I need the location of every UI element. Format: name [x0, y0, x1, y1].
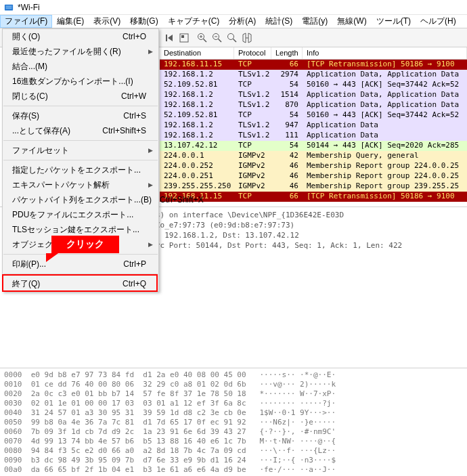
packet-row[interactable]: 192.168.1.2TLSv1.2947Application Data: [160, 121, 467, 131]
zoom-out-icon[interactable]: [210, 30, 225, 45]
menu-capture[interactable]: キャプチャ(C): [163, 15, 225, 28]
col-length[interactable]: Length: [271, 47, 303, 59]
packet-row[interactable]: 192.168.1.2TLSv1.21514Application Data, …: [160, 90, 467, 100]
menu-tools[interactable]: ツール(T): [372, 15, 416, 28]
menu-stats[interactable]: 統計(S): [261, 15, 297, 28]
svg-rect-2: [181, 35, 184, 38]
menu-quit[interactable]: 終了(Q) Ctrl+Q: [3, 276, 158, 291]
menu-export-specified[interactable]: 指定したパケットをエクスポート...: [3, 163, 158, 177]
packet-row[interactable]: 192.168.1.2TLSv1.22974Application Data, …: [160, 70, 467, 80]
menu-analyze[interactable]: 分析(A): [224, 15, 261, 28]
resize-columns-icon[interactable]: [240, 30, 254, 45]
title-bar: *Wi-Fi: [0, 0, 467, 15]
annotation-callout: クリック: [51, 236, 119, 253]
menu-view[interactable]: 表示(V): [89, 15, 125, 28]
packet-bytes[interactable]: 0000 e0 9d b8 e7 97 73 84 fd d1 2a e0 40…: [0, 368, 467, 476]
menu-help[interactable]: ヘルプ(H): [416, 15, 461, 28]
menu-close[interactable]: 閉じる(C) Ctrl+W: [3, 89, 158, 104]
menu-edit[interactable]: 編集(E): [52, 15, 89, 28]
menu-export-bytes[interactable]: パケットバイト列をエクスポート...(B) Ctrl+Shift+X: [3, 192, 158, 207]
col-destination[interactable]: Destination: [160, 47, 234, 59]
packet-row[interactable]: 192.168.11.15TCP66[TCP Retransmission] 5…: [160, 60, 467, 70]
menu-export-pdu[interactable]: PDUをファイルにエクスポート...: [3, 207, 158, 222]
packet-list[interactable]: Destination Protocol Length Info 192.168…: [160, 47, 467, 207]
svg-line-4: [204, 39, 207, 42]
packet-row[interactable]: 13.107.42.12TCP5450144 → 443 [ACK] Seq=2…: [160, 141, 467, 151]
zoom-in-icon[interactable]: [195, 30, 210, 45]
menu-bar: ファイル(F) 編集(E) 表示(V) 移動(G) キャプチャ(C) 分析(A)…: [0, 15, 467, 28]
packet-row[interactable]: 239.255.255.250IGMPv246Membership Report…: [160, 181, 467, 192]
packet-row[interactable]: 192.168.11.15TCP66[TCP Retransmission] 5…: [160, 192, 467, 202]
go-last-icon[interactable]: [162, 30, 177, 45]
menu-import-hex[interactable]: 16進数ダンプからインポート...(I): [3, 74, 158, 89]
col-info[interactable]: Info: [303, 47, 467, 59]
col-protocol[interactable]: Protocol: [234, 47, 271, 59]
menu-wireless[interactable]: 無線(W): [332, 15, 371, 28]
svg-line-8: [219, 39, 222, 42]
zoom-reset-icon[interactable]: [225, 30, 240, 45]
menu-save-as[interactable]: ...として保存(A) Ctrl+Shift+S: [3, 123, 158, 138]
menu-export-tls[interactable]: TLSセッション鍵をエクスポート...: [3, 222, 158, 237]
menu-fileset[interactable]: ファイルセット ▶: [3, 143, 158, 158]
packet-row[interactable]: 224.0.0.251IGMPv246Membership Report gro…: [160, 171, 467, 181]
menu-save[interactable]: 保存(S) Ctrl+S: [3, 108, 158, 123]
menu-file[interactable]: ファイル(F): [0, 15, 52, 28]
app-icon: [4, 3, 14, 12]
menu-open-recent[interactable]: 最近使ったファイルを開く(R) ▶: [3, 44, 158, 59]
packet-row[interactable]: 52.109.52.81TCP5450160 → 443 [ACK] Seq=3…: [160, 110, 467, 121]
packet-row[interactable]: 224.0.0.1IGMPv242Membership Query, gener…: [160, 151, 467, 161]
menu-merge[interactable]: 結合...(M): [3, 59, 158, 74]
packet-row[interactable]: 224.0.0.252IGMPv246Membership Report gro…: [160, 161, 467, 171]
packet-list-header: Destination Protocol Length Info: [160, 47, 467, 60]
window-title: *Wi-Fi: [18, 3, 40, 12]
annotation-text: クリック: [66, 238, 104, 251]
svg-point-10: [228, 33, 234, 39]
packet-row[interactable]: 192.168.1.2TLSv1.2870Application Data, A…: [160, 100, 467, 110]
menu-open[interactable]: 開く(O) Ctrl+O: [3, 29, 158, 44]
packet-row[interactable]: 52.109.52.81TCP5450160 → 443 [ACK] Seq=3…: [160, 80, 467, 90]
packet-row[interactable]: 192.168.1.2TLSv1.2111Application Data: [160, 131, 467, 141]
svg-line-11: [234, 39, 237, 42]
menu-export-dissections[interactable]: エキスパートパケット解析 ▶: [3, 177, 158, 192]
menu-go[interactable]: 移動(G): [125, 15, 162, 28]
autoscroll-icon[interactable]: [177, 30, 192, 45]
menu-print[interactable]: 印刷(P)... Ctrl+P: [3, 257, 158, 272]
menu-telephony[interactable]: 電話(y): [297, 15, 332, 28]
svg-rect-0: [5, 4, 13, 10]
